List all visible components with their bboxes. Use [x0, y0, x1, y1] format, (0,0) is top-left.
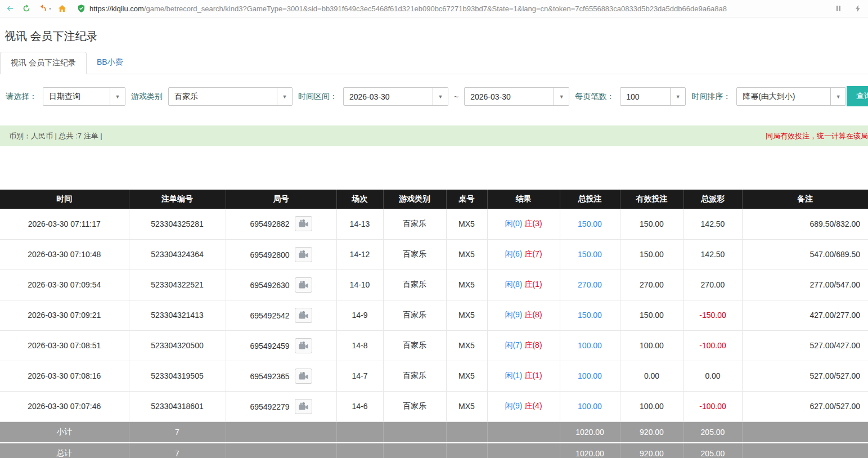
- game-type-label: 游戏类别: [131, 92, 163, 102]
- search-button[interactable]: 查询: [847, 86, 868, 106]
- camera-icon: [299, 402, 308, 411]
- table-rows: 2026-03-30 07:11:17523304325281695492882…: [0, 209, 868, 421]
- undo-button[interactable]: ▾: [37, 3, 51, 14]
- total-row: 总计 7 1020.00 920.00 205.00: [0, 443, 868, 458]
- summary-bar: 币别：人民币 | 总共 :7 注单 | 同局有效投注，统一计算在该局: [0, 125, 868, 146]
- replay-button[interactable]: [295, 277, 312, 293]
- home-icon[interactable]: [56, 3, 68, 14]
- result-player: 闲(6): [505, 249, 522, 258]
- result-banker: 庄(1): [524, 280, 542, 289]
- date-mode-select[interactable]: 日期查询 ▼: [43, 87, 125, 106]
- cell-result: 闲(1) 庄(1): [487, 361, 560, 391]
- result-banker: 庄(4): [524, 401, 542, 410]
- total-bet-link[interactable]: 150.00: [578, 311, 602, 320]
- chevron-down-icon[interactable]: ▼: [433, 88, 448, 105]
- cell-game-type: 百家乐: [383, 391, 446, 421]
- cell-time: 2026-03-30 07:09:21: [0, 300, 129, 330]
- total-bet-link[interactable]: 150.00: [578, 219, 602, 228]
- chevron-down-icon[interactable]: ▼: [830, 88, 845, 105]
- chevron-down-icon[interactable]: ▼: [554, 88, 569, 105]
- total-bet-link[interactable]: 100.00: [578, 341, 602, 350]
- header-total-bet: 总投注: [560, 190, 620, 209]
- cell-valid-bet: 150.00: [620, 239, 683, 270]
- cell-round: 695492459: [226, 330, 336, 361]
- total-bet-link[interactable]: 270.00: [578, 280, 602, 289]
- camera-icon: [299, 342, 308, 350]
- replay-button[interactable]: [295, 338, 312, 353]
- header-table-no: 桌号: [446, 190, 487, 209]
- cell-bet-id: 523304325281: [129, 209, 226, 239]
- cell-result: 闲(6) 庄(7): [487, 239, 560, 270]
- cell-time: 2026-03-30 07:10:48: [0, 239, 129, 270]
- bet-records-table: 时间 注单编号 局号 场次 游戏类别 桌号 结果 总投注 有效投注 总派彩 备注…: [0, 190, 868, 458]
- sort-select[interactable]: 降幂(由大到小) ▼: [736, 87, 846, 106]
- cell-valid-bet: 100.00: [620, 330, 683, 361]
- refresh-icon[interactable]: [21, 3, 32, 14]
- cell-payout: 270.00: [683, 270, 742, 300]
- cell-table-no: MX5: [446, 270, 487, 300]
- cell-table-no: MX5: [446, 300, 487, 330]
- result-player: 闲(7): [505, 340, 522, 349]
- date-from-select[interactable]: 2026-03-30 ▼: [343, 87, 448, 106]
- replay-button[interactable]: [295, 369, 312, 384]
- tab-bar: 视讯 会员下注纪录 BB小费: [0, 52, 868, 74]
- round-number: 695492630: [250, 280, 289, 289]
- total-bet-link[interactable]: 100.00: [578, 402, 602, 411]
- cell-total-bet: 100.00: [560, 330, 620, 361]
- page-tools-icon[interactable]: [835, 5, 843, 12]
- cell-payout: -150.00: [683, 300, 742, 330]
- back-icon[interactable]: [5, 3, 16, 14]
- address-bar[interactable]: https://kiqiiu.com/game/betrecord_search…: [73, 2, 847, 16]
- result-banker: 庄(1): [524, 371, 542, 380]
- cell-bet-id: 523304321413: [129, 300, 226, 330]
- lightning-icon[interactable]: [852, 3, 863, 14]
- cell-note: 527.00/527.00: [742, 361, 868, 391]
- time-range-label: 时间区间：: [298, 92, 338, 102]
- round-number: 695492542: [250, 311, 289, 320]
- subtotal-total-bet: 1020.00: [560, 421, 620, 443]
- total-bet-link[interactable]: 150.00: [578, 250, 602, 259]
- replay-button[interactable]: [295, 308, 312, 323]
- cell-round: 695492542: [226, 300, 336, 330]
- table-row: 2026-03-30 07:09:54523304322521695492630…: [0, 270, 868, 300]
- cell-payout: 142.50: [683, 209, 742, 239]
- date-to-select[interactable]: 2026-03-30 ▼: [464, 87, 569, 106]
- subtotal-valid-bet: 920.00: [620, 421, 683, 443]
- chevron-down-icon[interactable]: ▼: [670, 88, 685, 105]
- payout-value: -100.00: [699, 402, 726, 411]
- cell-game-type: 百家乐: [383, 239, 446, 270]
- security-shield-icon[interactable]: [77, 4, 86, 13]
- camera-icon: [299, 250, 308, 259]
- cell-round: 695492882: [226, 209, 336, 239]
- chevron-down-icon[interactable]: ▼: [277, 88, 292, 105]
- table-header-row: 时间 注单编号 局号 场次 游戏类别 桌号 结果 总投注 有效投注 总派彩 备注: [0, 190, 868, 209]
- cell-result: 闲(9) 庄(8): [487, 300, 560, 330]
- replay-button[interactable]: [295, 247, 312, 262]
- cell-payout: -100.00: [683, 330, 742, 361]
- tab-bet-records[interactable]: 视讯 会员下注纪录: [0, 52, 87, 74]
- page-size-label: 每页笔数：: [575, 92, 614, 102]
- page-size-select[interactable]: 100 ▼: [620, 87, 686, 106]
- replay-button[interactable]: [295, 216, 312, 231]
- cell-time: 2026-03-30 07:11:17: [0, 209, 129, 239]
- table-row: 2026-03-30 07:08:16523304319505695492365…: [0, 361, 868, 391]
- total-total-bet: 1020.00: [560, 443, 620, 458]
- total-bet-link[interactable]: 100.00: [578, 371, 602, 380]
- table-row: 2026-03-30 07:10:48523304324364695492800…: [0, 239, 868, 270]
- cell-note: 547.00/689.50: [742, 239, 868, 270]
- game-type-select[interactable]: 百家乐 ▼: [168, 87, 293, 106]
- header-session: 场次: [336, 190, 383, 209]
- chevron-down-icon[interactable]: ▼: [110, 88, 125, 105]
- cell-payout: 0.00: [683, 361, 742, 391]
- tab-bb-tip[interactable]: BB小费: [87, 52, 133, 74]
- cell-table-no: MX5: [446, 239, 487, 270]
- cell-session: 14-7: [336, 361, 383, 391]
- payout-value: 142.50: [701, 219, 725, 228]
- cell-round: 695492365: [226, 361, 336, 391]
- date-mode-value: 日期查询: [43, 88, 110, 105]
- cell-payout: -100.00: [683, 391, 742, 421]
- payout-value: -100.00: [699, 341, 726, 350]
- replay-button[interactable]: [295, 399, 312, 414]
- cell-round: 695492630: [226, 270, 336, 300]
- cell-session: 14-8: [336, 330, 383, 361]
